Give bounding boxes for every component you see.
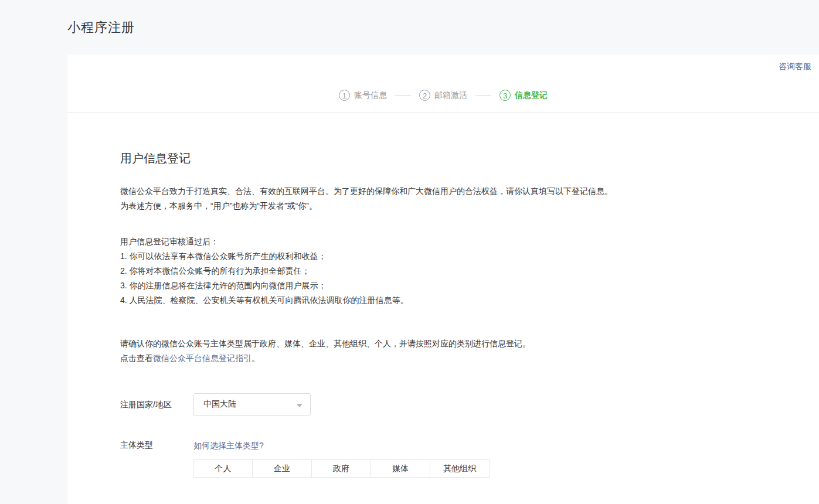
intro-line-1: 微信公众平台致力于打造真实、合法、有效的互联网平台。为了更好的保障你和广大微信用… — [120, 184, 796, 199]
guide-line: 点击查看微信公众平台信息登记指引。 — [120, 351, 796, 366]
chevron-down-icon — [297, 404, 303, 407]
guide-prefix: 点击查看 — [120, 353, 153, 363]
step-email-activation: 2 邮箱激活 — [419, 90, 467, 101]
country-select[interactable]: 中国大陆 — [193, 393, 311, 416]
page-title: 小程序注册 — [67, 19, 135, 36]
step-connector — [395, 95, 411, 96]
tab-media[interactable]: 媒体 — [371, 459, 430, 478]
subject-type-tabs: 个人 企业 政府 媒体 其他组织 — [193, 459, 490, 478]
step-2-label: 邮箱激活 — [434, 90, 467, 101]
wizard-header: 咨询客服 1 账号信息 2 邮箱激活 3 信息登记 — [67, 55, 819, 113]
registration-guide-link[interactable]: 微信公众平台信息登记指引 — [153, 353, 252, 363]
intro-line-2: 为表述方便，本服务中，“用户”也称为“开发者”或“你”。 — [120, 199, 796, 213]
country-selected-value: 中国大陆 — [203, 399, 236, 410]
tab-other-organization[interactable]: 其他组织 — [430, 459, 490, 478]
subject-type-row: 主体类型 如何选择主体类型? 个人 企业 政府 媒体 其他组织 — [120, 440, 796, 478]
rule-item: 2. 你将对本微信公众账号的所有行为承担全部责任； — [120, 264, 796, 278]
tab-enterprise[interactable]: 企业 — [253, 459, 312, 478]
rules-title: 用户信息登记审核通过后： — [120, 234, 796, 249]
confirm-paragraph: 请确认你的微信公众账号主体类型属于政府、媒体、企业、其他组织、个人，并请按照对应… — [120, 336, 796, 366]
subject-type-help-link[interactable]: 如何选择主体类型? — [193, 441, 264, 451]
step-connector — [475, 95, 491, 96]
rules-paragraph: 用户信息登记审核通过后： 1. 你可以依法享有本微信公众账号所产生的权利和收益；… — [120, 234, 796, 308]
step-account-info: 1 账号信息 — [339, 90, 387, 101]
rule-item: 3. 你的注册信息将在法律允许的范围内向微信用户展示； — [120, 278, 796, 293]
section-heading: 用户信息登记 — [120, 151, 796, 166]
subject-type-label: 主体类型 — [120, 440, 193, 478]
confirm-line: 请确认你的微信公众账号主体类型属于政府、媒体、企业、其他组织、个人，并请按照对应… — [120, 336, 796, 351]
country-label: 注册国家/地区 — [120, 393, 193, 416]
registration-card: 咨询客服 1 账号信息 2 邮箱激活 3 信息登记 用户信息登记 微信公众平台致… — [67, 55, 819, 504]
step-1-circle-icon: 1 — [339, 90, 350, 101]
rule-item: 1. 你可以依法享有本微信公众账号所产生的权利和收益； — [120, 249, 796, 264]
step-info-registration: 3 信息登记 — [499, 90, 548, 101]
subject-type-field: 如何选择主体类型? 个人 企业 政府 媒体 其他组织 — [193, 440, 490, 478]
support-link[interactable]: 咨询客服 — [779, 62, 811, 72]
country-row: 注册国家/地区 中国大陆 — [120, 393, 796, 416]
main-content: 用户信息登记 微信公众平台致力于打造真实、合法、有效的互联网平台。为了更好的保障… — [67, 113, 819, 504]
step-3-circle-icon: 3 — [499, 90, 511, 101]
step-2-circle-icon: 2 — [419, 90, 430, 101]
rule-item: 4. 人民法院、检察院、公安机关等有权机关可向腾讯依法调取你的注册信息等。 — [120, 293, 796, 308]
intro-paragraph: 微信公众平台致力于打造真实、合法、有效的互联网平台。为了更好的保障你和广大微信用… — [120, 184, 796, 213]
tab-personal[interactable]: 个人 — [193, 459, 253, 478]
step-3-label: 信息登记 — [515, 90, 548, 101]
tab-government[interactable]: 政府 — [312, 459, 371, 478]
guide-suffix: 。 — [252, 353, 260, 363]
step-indicator: 1 账号信息 2 邮箱激活 3 信息登记 — [67, 55, 819, 101]
step-1-label: 账号信息 — [354, 90, 387, 101]
